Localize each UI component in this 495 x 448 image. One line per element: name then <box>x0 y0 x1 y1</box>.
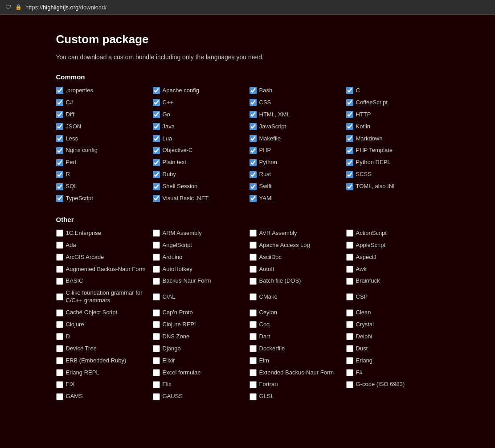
language-label[interactable]: Markdown <box>356 135 383 143</box>
language-label[interactable]: DNS Zone <box>163 333 190 341</box>
language-checkbox[interactable] <box>346 123 353 130</box>
language-label[interactable]: JSON <box>66 123 82 131</box>
language-label[interactable]: Rust <box>259 171 271 178</box>
language-label[interactable]: FIX <box>66 381 75 388</box>
language-label[interactable]: Python REPL <box>356 159 391 166</box>
language-label[interactable]: C <box>356 87 360 95</box>
language-label[interactable]: HTTP <box>356 111 371 119</box>
language-checkbox[interactable] <box>153 183 160 190</box>
language-checkbox[interactable] <box>346 111 353 118</box>
language-label[interactable]: Diff <box>66 111 74 119</box>
language-checkbox[interactable] <box>153 195 160 202</box>
language-label[interactable]: Dockerfile <box>259 345 285 353</box>
language-label[interactable]: GAUSS <box>163 393 183 400</box>
language-label[interactable]: Erlang <box>356 357 373 365</box>
language-label[interactable]: Device Tree <box>66 345 97 353</box>
language-label[interactable]: Elixir <box>163 357 175 365</box>
language-checkbox[interactable] <box>153 99 160 106</box>
language-checkbox[interactable] <box>346 381 353 388</box>
language-checkbox[interactable] <box>153 381 160 388</box>
language-label[interactable]: JavaScript <box>259 123 286 131</box>
language-label[interactable]: AutoIt <box>259 266 274 273</box>
language-label[interactable]: Coq <box>259 321 270 329</box>
language-label[interactable]: F# <box>356 369 363 377</box>
language-checkbox[interactable] <box>250 393 257 400</box>
language-label[interactable]: G-code (ISO 6983) <box>356 381 405 388</box>
language-checkbox[interactable] <box>250 333 257 340</box>
language-label[interactable]: Bash <box>259 87 273 95</box>
language-checkbox[interactable] <box>250 381 257 388</box>
language-checkbox[interactable] <box>153 230 160 237</box>
language-label[interactable]: SQL <box>66 183 78 190</box>
language-checkbox[interactable] <box>153 123 160 130</box>
language-checkbox[interactable] <box>56 111 63 118</box>
language-checkbox[interactable] <box>153 254 160 261</box>
language-checkbox[interactable] <box>56 293 63 300</box>
language-checkbox[interactable] <box>56 123 63 130</box>
language-checkbox[interactable] <box>346 254 353 261</box>
language-label[interactable]: Python <box>259 159 277 166</box>
language-checkbox[interactable] <box>56 230 63 237</box>
language-label[interactable]: R <box>66 171 70 178</box>
language-label[interactable]: BASIC <box>66 277 83 285</box>
language-label[interactable]: Ceylon <box>259 309 277 316</box>
language-label[interactable]: Arduino <box>163 254 183 261</box>
language-checkbox[interactable] <box>153 266 160 273</box>
language-checkbox[interactable] <box>250 254 257 261</box>
language-label[interactable]: AsciiDoc <box>259 254 282 261</box>
language-label[interactable]: Shell Session <box>163 183 198 190</box>
language-checkbox[interactable] <box>250 123 257 130</box>
language-checkbox[interactable] <box>346 369 353 376</box>
language-checkbox[interactable] <box>250 357 257 364</box>
language-label[interactable]: ActionScript <box>356 230 387 237</box>
language-label[interactable]: Java <box>163 123 175 131</box>
language-checkbox[interactable] <box>346 321 353 328</box>
language-checkbox[interactable] <box>153 369 160 376</box>
language-label[interactable]: Awk <box>356 266 367 273</box>
language-checkbox[interactable] <box>346 87 353 94</box>
language-checkbox[interactable] <box>56 242 63 249</box>
language-label[interactable]: AspectJ <box>356 254 376 261</box>
language-checkbox[interactable] <box>250 183 257 190</box>
language-label[interactable]: Dart <box>259 333 270 341</box>
language-checkbox[interactable] <box>56 195 63 202</box>
language-checkbox[interactable] <box>346 159 353 166</box>
language-checkbox[interactable] <box>153 242 160 249</box>
language-label[interactable]: Dust <box>356 345 368 353</box>
language-checkbox[interactable] <box>56 135 63 142</box>
language-checkbox[interactable] <box>250 345 257 352</box>
language-checkbox[interactable] <box>250 230 257 237</box>
language-checkbox[interactable] <box>250 242 257 249</box>
language-checkbox[interactable] <box>346 183 353 190</box>
language-label[interactable]: C-like foundation grammar for C/C++ gram… <box>66 289 149 304</box>
language-checkbox[interactable] <box>250 87 257 94</box>
language-checkbox[interactable] <box>346 230 353 237</box>
language-label[interactable]: CSP <box>356 293 368 301</box>
language-checkbox[interactable] <box>346 333 353 340</box>
language-label[interactable]: Apache Access Log <box>259 242 310 249</box>
language-label[interactable]: YAML <box>259 195 274 202</box>
language-label[interactable]: Perl <box>66 159 76 166</box>
language-label[interactable]: AutoHotkey <box>163 266 192 273</box>
language-checkbox[interactable] <box>250 171 257 178</box>
language-checkbox[interactable] <box>56 99 63 106</box>
language-label[interactable]: .properties <box>66 87 93 95</box>
language-label[interactable]: TypeScript <box>66 195 93 202</box>
language-label[interactable]: ARM Assembly <box>163 230 202 237</box>
language-checkbox[interactable] <box>250 159 257 166</box>
language-checkbox[interactable] <box>250 135 257 142</box>
language-checkbox[interactable] <box>153 135 160 142</box>
language-label[interactable]: TOML, also INI <box>356 183 395 190</box>
language-label[interactable]: Augmented Backus-Naur Form <box>66 266 146 273</box>
language-label[interactable]: Kotlin <box>356 123 371 131</box>
language-label[interactable]: PHP Template <box>356 147 393 154</box>
language-label[interactable]: Backus-Naur Form <box>163 277 211 285</box>
language-label[interactable]: ArcGIS Arcade <box>66 254 104 261</box>
language-checkbox[interactable] <box>56 381 63 388</box>
language-label[interactable]: Plain text <box>163 159 186 166</box>
language-label[interactable]: Excel formulae <box>163 369 201 377</box>
language-checkbox[interactable] <box>346 278 353 285</box>
language-checkbox[interactable] <box>346 266 353 273</box>
language-checkbox[interactable] <box>153 309 160 316</box>
language-label[interactable]: Flix <box>163 381 172 388</box>
